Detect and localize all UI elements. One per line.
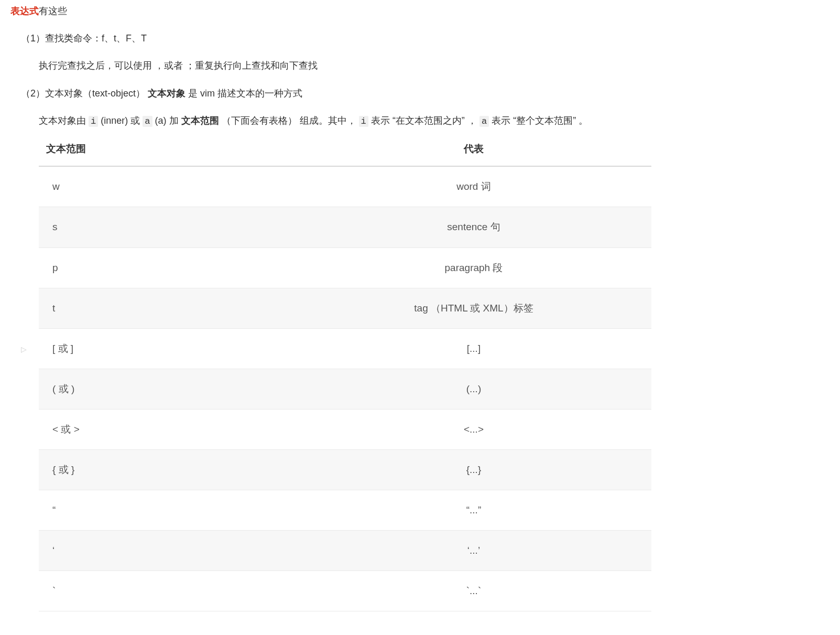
table-row: ssentence 句 [39, 207, 651, 247]
table-row: { 或 }{...} [39, 449, 651, 490]
table-cell-meaning: paragraph 段 [296, 247, 651, 288]
table-row: wword 词 [39, 166, 651, 207]
table-cell-meaning: {...} [296, 449, 651, 490]
table-header-col1: 文本范围 [39, 134, 296, 166]
table-row: ““...” [39, 490, 651, 531]
heading-red: 表达式 [10, 6, 39, 16]
list-item-1-note: 执行完查找之后，可以使用 ，或者 ；重复执行向上查找和向下查找 [10, 57, 830, 74]
code-i: i [89, 116, 98, 127]
table-row: ``...` [39, 571, 651, 611]
desc-bold: 文本范围 [181, 115, 219, 126]
table-row: pparagraph 段 [39, 247, 651, 288]
desc-i2: 表示 “在文本范围之内” ， [368, 115, 479, 126]
table-row: [ 或 ]▷[...] [39, 328, 651, 369]
desc-a-paren: (a) 加 [152, 115, 181, 126]
table-cell-range: [ 或 ]▷ [39, 328, 296, 369]
table-body: wword 词ssentence 句pparagraph 段ttag （HTML… [39, 166, 651, 611]
list-item-1-label: （1）查找类命令：f、t、F、T [21, 33, 147, 44]
desc-pre: 文本对象由 [39, 115, 89, 126]
code-i2: i [359, 116, 368, 127]
table-row: ( 或 )(...) [39, 369, 651, 409]
table-cell-range: t [39, 288, 296, 328]
code-a2: a [479, 116, 489, 127]
list-item-1: （1）查找类命令：f、t、F、T [10, 29, 830, 47]
text-range-table-wrap: 文本范围 代表 wword 词ssentence 句pparagraph 段tt… [39, 134, 651, 611]
text-range-table: 文本范围 代表 wword 词ssentence 句pparagraph 段tt… [39, 134, 651, 611]
list-item-2: （2）文本对象（text-object） 文本对象 是 vim 描述文本的一种方… [10, 84, 830, 102]
table-cell-meaning: word 词 [296, 166, 651, 207]
table-cell-range: w [39, 166, 296, 207]
desc-paren: （下面会有表格） 组成。其中， [219, 115, 359, 126]
document-page: 表达式有这些 （1）查找类命令：f、t、F、T 执行完查找之后，可以使用 ，或者… [0, 0, 840, 622]
code-a: a [143, 116, 152, 127]
table-row: < 或 ><...> [39, 409, 651, 449]
table-header-row: 文本范围 代表 [39, 134, 651, 166]
table-cell-meaning: tag （HTML 或 XML）标签 [296, 288, 651, 328]
table-header-col2: 代表 [296, 134, 651, 166]
list-item-2-pre: （2）文本对象（text-object） [21, 88, 145, 99]
table-cell-meaning: sentence 句 [296, 207, 651, 247]
table-cell-meaning: `...` [296, 571, 651, 611]
table-cell-range: ` [39, 571, 296, 611]
table-cell-range: { 或 } [39, 449, 296, 490]
table-cell-range: ( 或 ) [39, 369, 296, 409]
heading-line: 表达式有这些 [10, 2, 830, 20]
desc-a2: 表示 “整个文本范围” 。 [489, 115, 588, 126]
desc-inner: (inner) 或 [98, 115, 143, 126]
table-row: ‘‘...’ [39, 531, 651, 571]
table-cell-range: “ [39, 490, 296, 531]
list-item-2-desc: 文本对象由 i (inner) 或 a (a) 加 文本范围 （下面会有表格） … [10, 112, 830, 130]
table-cell-meaning: (...) [296, 369, 651, 409]
table-cell-meaning: <...> [296, 409, 651, 449]
table-cell-range: ‘ [39, 531, 296, 571]
paragraph-marker-icon: ▷ [21, 342, 27, 357]
table-cell-meaning: ‘...’ [296, 531, 651, 571]
table-cell-range: s [39, 207, 296, 247]
table-cell-meaning: “...” [296, 490, 651, 531]
list-item-2-post: 是 vim 描述文本的一种方式 [188, 88, 302, 99]
table-cell-range: < 或 > [39, 409, 296, 449]
table-cell-meaning: [...] [296, 328, 651, 369]
heading-rest: 有这些 [39, 6, 67, 16]
table-row: ttag （HTML 或 XML）标签 [39, 288, 651, 328]
list-item-2-bold: 文本对象 [148, 88, 186, 99]
table-cell-range: p [39, 247, 296, 288]
